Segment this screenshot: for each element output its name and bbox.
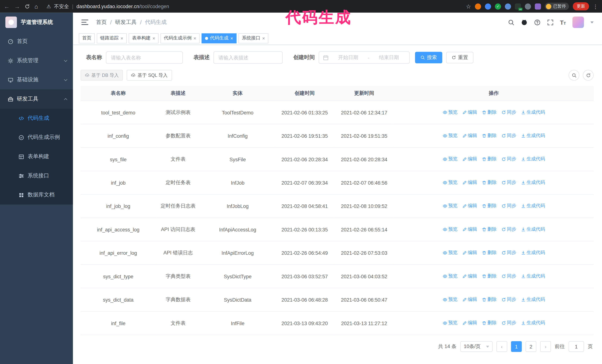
action-generate-code-link[interactable]: 生成代码 <box>521 179 545 186</box>
action-generate-code-link[interactable]: 生成代码 <box>521 109 545 115</box>
sidebar-item-db-doc[interactable]: 数据库文档 <box>0 185 73 205</box>
action-sync-link[interactable]: 同步 <box>501 109 516 115</box>
page-button-2[interactable]: 2 <box>526 341 537 352</box>
sidebar-logo[interactable]: 芋道管理系统 <box>0 13 73 32</box>
import-db-button[interactable]: 基于 DB 导入 <box>81 70 123 81</box>
sidebar-item-devtools[interactable]: 研发工具 <box>0 89 73 109</box>
sidebar-item-home[interactable]: 首页 <box>0 32 73 51</box>
toggle-search-button[interactable] <box>569 70 580 81</box>
breadcrumb-home[interactable]: 首页 <box>96 19 107 26</box>
action-delete-link[interactable]: 删除 <box>482 133 497 139</box>
action-delete-link[interactable]: 删除 <box>482 179 497 186</box>
close-icon[interactable]: × <box>194 36 196 41</box>
bookmark-star-icon[interactable]: ☆ <box>466 3 471 9</box>
action-sync-link[interactable]: 同步 <box>501 320 516 326</box>
sidebar-item-api[interactable]: 系统接口 <box>0 166 73 185</box>
tab-api[interactable]: 系统接口× <box>238 33 269 43</box>
extensions-puzzle-icon[interactable] <box>535 3 541 10</box>
action-preview-link[interactable]: 预览 <box>442 109 458 115</box>
action-preview-link[interactable]: 预览 <box>442 273 458 279</box>
action-sync-link[interactable]: 同步 <box>501 273 516 279</box>
next-page-button[interactable]: › <box>540 341 551 352</box>
extension-icon-dark-on[interactable]: on <box>515 3 521 10</box>
import-sql-button[interactable]: 基于 SQL 导入 <box>127 70 172 81</box>
search-button[interactable]: 搜索 <box>415 52 442 63</box>
font-size-icon[interactable]: TT <box>560 19 566 26</box>
browser-refresh-icon[interactable] <box>25 4 30 9</box>
tab-tracing[interactable]: 链路追踪× <box>97 33 127 43</box>
action-generate-code-link[interactable]: 生成代码 <box>521 226 545 233</box>
action-generate-code-link[interactable]: 生成代码 <box>521 133 545 139</box>
action-sync-link[interactable]: 同步 <box>501 179 516 186</box>
action-edit-link[interactable]: 编辑 <box>462 296 477 303</box>
action-delete-link[interactable]: 删除 <box>482 250 497 256</box>
action-preview-link[interactable]: 预览 <box>442 226 458 233</box>
sidebar-item-codegen[interactable]: 代码生成 <box>0 109 73 128</box>
action-sync-link[interactable]: 同步 <box>501 203 516 209</box>
browser-update-button[interactable]: 更新 <box>573 2 589 10</box>
extension-icon-blue[interactable] <box>485 3 491 10</box>
refresh-table-button[interactable] <box>583 70 593 81</box>
action-generate-code-link[interactable]: 生成代码 <box>521 156 545 162</box>
avatar[interactable] <box>572 16 584 28</box>
help-icon[interactable] <box>534 19 540 26</box>
close-icon[interactable]: × <box>262 36 265 41</box>
action-generate-code-link[interactable]: 生成代码 <box>521 203 545 209</box>
action-preview-link[interactable]: 预览 <box>442 320 458 326</box>
close-icon[interactable]: × <box>121 36 123 41</box>
action-delete-link[interactable]: 删除 <box>482 156 497 162</box>
action-edit-link[interactable]: 编辑 <box>462 179 477 186</box>
action-preview-link[interactable]: 预览 <box>442 250 458 256</box>
extension-icon-orange[interactable] <box>475 3 481 10</box>
action-edit-link[interactable]: 编辑 <box>462 226 477 233</box>
sidebar-item-form-builder[interactable]: 表单构建 <box>0 147 73 166</box>
reset-button[interactable]: 重置 <box>446 52 473 63</box>
browser-forward-icon[interactable]: → <box>14 3 20 9</box>
action-delete-link[interactable]: 删除 <box>482 273 497 279</box>
search-icon[interactable] <box>508 19 514 26</box>
action-delete-link[interactable]: 删除 <box>482 226 497 233</box>
breadcrumb-devtools[interactable]: 研发工具 <box>115 19 137 26</box>
action-preview-link[interactable]: 预览 <box>442 296 458 303</box>
action-edit-link[interactable]: 编辑 <box>462 250 477 256</box>
sidebar-item-system[interactable]: 系统管理 <box>0 51 73 70</box>
sidebar-item-infra[interactable]: 基础设施 <box>0 70 73 89</box>
action-preview-link[interactable]: 预览 <box>442 179 458 186</box>
table-desc-input[interactable] <box>213 52 282 64</box>
action-sync-link[interactable]: 同步 <box>501 156 516 162</box>
extension-icon-check[interactable]: ✓ <box>495 3 501 10</box>
fullscreen-icon[interactable] <box>547 19 553 26</box>
avatar-caret-icon[interactable] <box>591 21 594 23</box>
action-generate-code-link[interactable]: 生成代码 <box>521 273 545 279</box>
extension-icon-gray[interactable] <box>525 3 531 10</box>
action-delete-link[interactable]: 删除 <box>482 320 497 326</box>
action-preview-link[interactable]: 预览 <box>442 133 458 139</box>
action-delete-link[interactable]: 删除 <box>482 296 497 303</box>
page-size-select[interactable]: 10条/页 <box>460 341 493 352</box>
github-icon[interactable] <box>521 19 527 26</box>
tab-codegen[interactable]: 代码生成× <box>202 33 236 43</box>
action-edit-link[interactable]: 编辑 <box>462 109 477 115</box>
extension-icon-people[interactable] <box>505 3 511 10</box>
action-sync-link[interactable]: 同步 <box>501 133 516 139</box>
prev-page-button[interactable]: ‹ <box>496 341 507 352</box>
browser-menu-icon[interactable]: ⋮ <box>593 3 598 10</box>
close-icon[interactable]: × <box>230 36 233 41</box>
sidebar-collapse-icon[interactable] <box>81 20 88 25</box>
action-preview-link[interactable]: 预览 <box>442 203 458 209</box>
action-delete-link[interactable]: 删除 <box>482 203 497 209</box>
tab-form-builder[interactable]: 表单构建× <box>129 33 159 43</box>
goto-page-input[interactable] <box>569 341 584 352</box>
browser-home-icon[interactable]: ⌂ <box>35 3 38 9</box>
action-sync-link[interactable]: 同步 <box>501 250 516 256</box>
action-edit-link[interactable]: 编辑 <box>462 156 477 162</box>
action-sync-link[interactable]: 同步 <box>501 226 516 233</box>
action-edit-link[interactable]: 编辑 <box>462 273 477 279</box>
page-button-1[interactable]: 1 <box>511 341 522 352</box>
tab-codegen-example[interactable]: 代码生成示例× <box>161 33 200 43</box>
sidebar-item-codegen-example[interactable]: 代码生成示例 <box>0 128 73 147</box>
action-edit-link[interactable]: 编辑 <box>462 203 477 209</box>
action-delete-link[interactable]: 删除 <box>482 109 497 115</box>
address-bar[interactable]: ⚠ 不安全 | dashboard.yudao.iocoder.cn/tool/… <box>43 2 461 11</box>
table-name-input[interactable] <box>106 52 183 64</box>
